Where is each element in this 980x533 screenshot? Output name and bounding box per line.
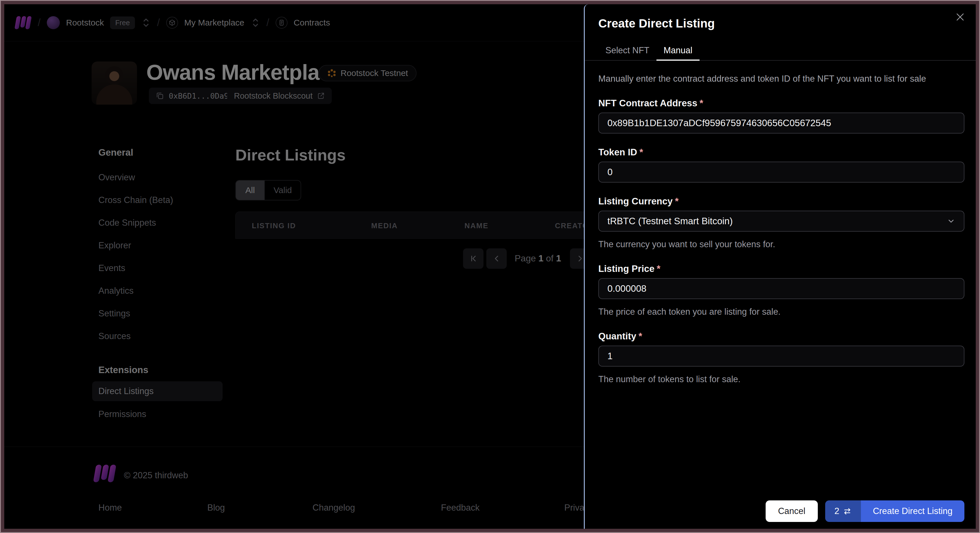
- token-id-label: Token ID*: [598, 146, 964, 158]
- submit-button-group: 2 Create Direct Listing: [825, 500, 964, 522]
- quantity-input[interactable]: [598, 345, 964, 367]
- tx-count: 2: [835, 506, 839, 516]
- required-asterisk: *: [675, 196, 679, 207]
- browser-frame: / Rootstock Free / My Marketplace / Cont…: [0, 0, 980, 533]
- create-direct-listing-drawer: Create Direct Listing Select NFT Manual …: [584, 4, 976, 529]
- listing-price-input[interactable]: [598, 278, 964, 299]
- required-asterisk: *: [657, 263, 660, 274]
- tx-count-badge: 2: [825, 500, 861, 522]
- required-asterisk: *: [640, 147, 643, 158]
- listing-currency-select[interactable]: tRBTC (Testnet Smart Bitcoin): [598, 211, 964, 232]
- listing-price-label: Listing Price*: [598, 263, 964, 274]
- tab-manual[interactable]: Manual: [657, 41, 700, 60]
- nft-contract-address-input[interactable]: [598, 113, 964, 134]
- required-asterisk: *: [700, 98, 703, 108]
- manual-listing-form: Manually enter the contract address and …: [598, 73, 964, 385]
- required-asterisk: *: [639, 331, 642, 341]
- create-direct-listing-button[interactable]: Create Direct Listing: [861, 500, 964, 522]
- app-root: / Rootstock Free / My Marketplace / Cont…: [4, 4, 976, 529]
- chevron-down-icon: [947, 217, 955, 225]
- form-description: Manually enter the contract address and …: [598, 73, 964, 84]
- quantity-label: Quantity*: [598, 331, 964, 342]
- drawer-title: Create Direct Listing: [598, 17, 715, 30]
- swap-arrows-icon: [843, 507, 852, 516]
- token-id-input[interactable]: [598, 162, 964, 183]
- nft-contract-address-label: NFT Contract Address*: [598, 97, 964, 109]
- cancel-button[interactable]: Cancel: [765, 500, 818, 522]
- close-icon[interactable]: [955, 12, 966, 22]
- tab-select-nft[interactable]: Select NFT: [598, 41, 657, 60]
- listing-currency-label: Listing Currency*: [598, 196, 964, 207]
- tabs-divider: [585, 60, 976, 60]
- drawer-tabs: Select NFT Manual: [585, 41, 976, 60]
- listing-price-helper: The price of each token you are listing …: [598, 306, 964, 318]
- drawer-footer: Cancel 2 Create Direct Listing: [765, 500, 964, 522]
- quantity-helper: The number of tokens to list for sale.: [598, 374, 964, 385]
- listing-currency-value: tRBTC (Testnet Smart Bitcoin): [608, 216, 733, 226]
- listing-currency-helper: The currency you want to sell your token…: [598, 239, 964, 250]
